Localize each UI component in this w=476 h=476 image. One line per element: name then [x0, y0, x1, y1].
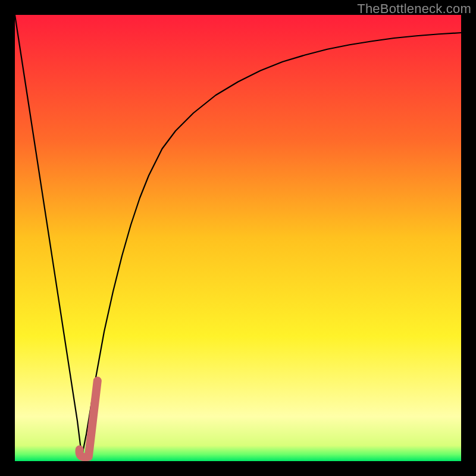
bottleneck-curve	[15, 15, 461, 457]
plot-area	[15, 15, 461, 461]
curve-layer	[15, 15, 461, 461]
chart-frame: TheBottleneck.com	[0, 0, 476, 476]
watermark-label: TheBottleneck.com	[357, 1, 471, 17]
